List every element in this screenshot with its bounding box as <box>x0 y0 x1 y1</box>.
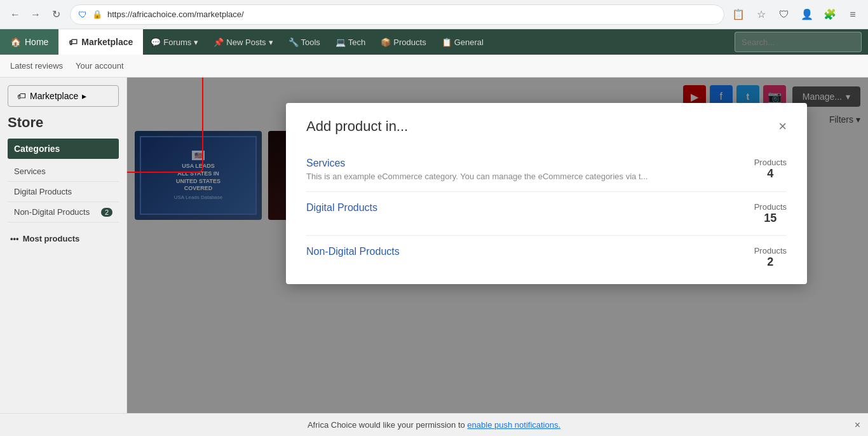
most-products-label: Most products <box>23 234 80 243</box>
sidebar-store-label: Store <box>8 114 119 131</box>
category-desc-services: This is an example eCommerce category. Y… <box>306 172 648 181</box>
tech-icon: 💻 <box>336 37 346 47</box>
menu-icon[interactable]: ≡ <box>844 6 862 24</box>
nav-marketplace-label: Marketplace <box>81 37 133 47</box>
nav-general-label: General <box>454 37 484 47</box>
category-info-digital: Digital Products <box>306 202 377 216</box>
new-posts-chevron: ▾ <box>269 37 273 47</box>
new-posts-icon: 📌 <box>214 37 224 47</box>
notification-text: Africa Choice would like your permission… <box>308 420 465 430</box>
products-label-services: Products <box>754 158 787 167</box>
most-products-dots: ••• <box>10 234 19 243</box>
category-products-services: Products 4 <box>754 158 787 181</box>
refresh-button[interactable]: ↻ <box>47 6 65 24</box>
back-button[interactable]: ← <box>6 6 24 24</box>
url-text: https://africachoice.com/marketplace/ <box>107 10 244 19</box>
sub-nav: Latest reviews Your account <box>0 55 868 78</box>
nav-home-label: Home <box>25 37 48 47</box>
forward-button[interactable]: → <box>27 6 44 24</box>
search-input[interactable] <box>735 32 862 52</box>
services-label: Services <box>14 167 46 176</box>
non-digital-count: 2 <box>101 208 112 217</box>
modal-category-digital[interactable]: Digital Products Products 15 <box>306 192 787 236</box>
sidebar: 🏷 Marketplace ▸ Store Categories Service… <box>0 78 127 436</box>
products-icon: 📦 <box>381 37 391 47</box>
add-product-modal: Add product in... × Services This is an … <box>286 103 807 284</box>
sidebar-marketplace-chevron: ▸ <box>82 91 86 101</box>
nav-forums[interactable]: 💬 Forums ▾ <box>143 29 206 55</box>
nav-products[interactable]: 📦 Products <box>373 29 433 55</box>
profile-icon[interactable]: 👤 <box>798 6 816 24</box>
sidebar-most-products: ••• Most products <box>8 229 119 249</box>
general-icon: 📋 <box>442 37 452 47</box>
category-info: Services This is an example eCommerce ca… <box>306 158 648 181</box>
digital-products-label: Digital Products <box>14 187 72 196</box>
category-info-non-digital: Non-Digital Products <box>306 246 400 260</box>
nav-new-posts[interactable]: 📌 New Posts ▾ <box>206 29 280 55</box>
modal-category-services[interactable]: Services This is an example eCommerce ca… <box>306 147 787 192</box>
category-name-non-digital: Non-Digital Products <box>306 246 400 257</box>
forums-chevron: ▾ <box>194 37 198 47</box>
main-content: ▶ f t 📷 Manage... ▾ Filters ▾ <box>127 78 868 436</box>
top-nav: 🏠 Home 🏷 Marketplace 💬 Forums ▾ 📌 New Po… <box>0 29 868 55</box>
nav-home[interactable]: 🏠 Home <box>0 29 58 55</box>
marketplace-nav-icon: 🏷 <box>69 37 78 47</box>
home-icon: 🏠 <box>10 37 21 47</box>
sidebar-marketplace-icon: 🏷 <box>17 91 26 101</box>
products-count-digital: 15 <box>754 212 787 225</box>
modal-title: Add product in... <box>306 118 408 135</box>
nav-tech-label: Tech <box>348 37 365 47</box>
modal-category-non-digital[interactable]: Non-Digital Products Products 2 <box>306 236 787 279</box>
sidebar-item-non-digital-products[interactable]: Non-Digital Products 2 <box>8 202 119 222</box>
category-products-digital: Products 15 <box>754 202 787 225</box>
modal-header: Add product in... × <box>306 118 787 135</box>
extensions-icon[interactable]: 🧩 <box>821 6 839 24</box>
notification-bar: Africa Choice would like your permission… <box>0 413 868 436</box>
notification-link[interactable]: enable push notifications. <box>467 420 560 430</box>
sidebar-marketplace-button[interactable]: 🏷 Marketplace ▸ <box>8 85 119 107</box>
lock-icon: 🔒 <box>92 10 102 19</box>
products-label-non-digital: Products <box>754 246 787 255</box>
nav-products-label: Products <box>393 37 426 47</box>
modal-close-button[interactable]: × <box>778 119 787 133</box>
nav-tech[interactable]: 💻 Tech <box>328 29 373 55</box>
products-label-digital: Products <box>754 202 787 212</box>
nav-general[interactable]: 📋 General <box>434 29 491 55</box>
tools-icon: 🔧 <box>288 37 299 47</box>
browser-chrome: ← → ↻ 🛡 🔒 https://africachoice.com/marke… <box>0 0 868 29</box>
non-digital-products-label: Non-Digital Products <box>14 207 90 217</box>
nav-forums-label: Forums <box>163 37 191 47</box>
nav-new-posts-label: New Posts <box>226 37 266 47</box>
page-content: 🏠 Home 🏷 Marketplace 💬 Forums ▾ 📌 New Po… <box>0 29 868 436</box>
browser-actions: 📋 ☆ 🛡 👤 🧩 ≡ <box>729 6 862 24</box>
forums-icon: 💬 <box>151 37 161 47</box>
category-name-services: Services <box>306 158 648 169</box>
products-count-services: 4 <box>754 167 787 181</box>
nav-marketplace[interactable]: 🏷 Marketplace <box>58 29 143 55</box>
star-icon[interactable]: ☆ <box>752 6 770 24</box>
sidebar-item-services[interactable]: Services <box>8 161 119 182</box>
sidebar-marketplace-label: Marketplace <box>30 91 78 101</box>
category-products-non-digital: Products 2 <box>754 246 787 269</box>
latest-reviews-link[interactable]: Latest reviews <box>10 61 63 71</box>
main-layout: 🏷 Marketplace ▸ Store Categories Service… <box>0 78 868 436</box>
sidebar-item-digital-products[interactable]: Digital Products <box>8 182 119 202</box>
products-count-non-digital: 2 <box>754 255 787 269</box>
notification-close-button[interactable]: × <box>855 419 860 431</box>
shield-action-icon[interactable]: 🛡 <box>775 6 793 24</box>
shield-icon: 🛡 <box>78 10 87 20</box>
sidebar-categories-header: Categories <box>8 139 119 159</box>
nav-buttons: ← → ↻ <box>6 6 65 24</box>
category-name-digital: Digital Products <box>306 202 377 214</box>
bookmarks-icon[interactable]: 📋 <box>729 6 747 24</box>
nav-tools[interactable]: 🔧 Tools <box>281 29 328 55</box>
your-account-link[interactable]: Your account <box>76 61 123 71</box>
nav-tools-label: Tools <box>301 37 320 47</box>
address-bar[interactable]: 🛡 🔒 https://africachoice.com/marketplace… <box>70 4 724 25</box>
